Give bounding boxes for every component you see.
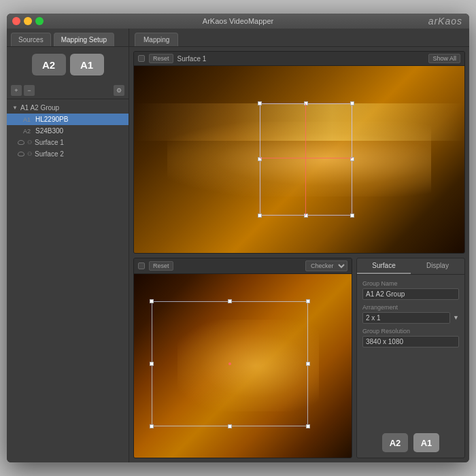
info-fields: Group Name A1 A2 Group Arrangement 2 x 1… bbox=[357, 275, 464, 353]
checker-dropdown[interactable]: Checker None Grid bbox=[305, 260, 347, 271]
bottom-panel-reset-btn[interactable]: Reset bbox=[149, 261, 173, 271]
right-panel: Mapping Reset Surface 1 Show All bbox=[129, 29, 469, 462]
tree-list: ▼ A1 A2 Group A1 HL2290PB A2 S24B300 ⚇ S… bbox=[7, 99, 129, 462]
b-handle-tl[interactable] bbox=[150, 299, 154, 303]
mini-source-buttons: A2 A1 bbox=[357, 428, 464, 458]
source-a1-button[interactable]: A1 bbox=[70, 54, 104, 75]
tree-group-arrow: ▼ bbox=[12, 105, 18, 111]
bottom-map-canvas[interactable] bbox=[134, 274, 352, 458]
top-panel-reset-btn[interactable]: Reset bbox=[149, 54, 173, 63]
source-toggles: A2 A1 bbox=[7, 47, 129, 82]
tree-surface-1[interactable]: ⚇ Surface 1 bbox=[7, 137, 129, 148]
source-a2-button[interactable]: A2 bbox=[32, 54, 66, 75]
handle-br[interactable] bbox=[350, 214, 354, 218]
mini-a2-button[interactable]: A2 bbox=[382, 433, 408, 452]
top-map-panel: Reset Surface 1 Show All bbox=[133, 51, 465, 254]
arrangement-value: 2 x 1 bbox=[362, 312, 450, 324]
b-handle-bl[interactable] bbox=[150, 424, 154, 428]
arrangement-dropdown-icon[interactable]: ▼ bbox=[453, 314, 459, 321]
eye-icon-2 bbox=[18, 152, 24, 156]
tab-mapping-setup[interactable]: Mapping Setup bbox=[54, 33, 114, 46]
close-button[interactable] bbox=[12, 17, 20, 25]
link-icon-1: ⚇ bbox=[27, 139, 32, 146]
selected-dot bbox=[118, 117, 123, 122]
sidebar-toolbar: + − ⚙ bbox=[7, 82, 129, 99]
surface-1-label: Surface 1 bbox=[35, 139, 64, 146]
center-dot bbox=[228, 362, 231, 365]
group-name-field: Group Name A1 A2 Group bbox=[362, 280, 459, 300]
traffic-lights bbox=[12, 17, 44, 25]
tab-sources[interactable]: Sources bbox=[11, 33, 51, 46]
resolution-value: 3840 x 1080 bbox=[362, 336, 459, 347]
tree-surface-2[interactable]: ⚇ Surface 2 bbox=[7, 148, 129, 160]
group-name-label: Group Name bbox=[362, 280, 459, 287]
brand-logo: arKaos bbox=[428, 16, 462, 27]
handle-tr[interactable] bbox=[350, 101, 354, 105]
sidebar-settings-button[interactable]: ⚙ bbox=[114, 85, 124, 96]
sidebar: Sources Mapping Setup A2 A1 + − ⚙ ▼ A1 A… bbox=[7, 29, 129, 462]
info-tab-display[interactable]: Display bbox=[411, 258, 464, 274]
b-handle-tr[interactable] bbox=[306, 299, 310, 303]
center-cross-v bbox=[305, 103, 306, 216]
b-handle-bc[interactable] bbox=[228, 424, 232, 428]
tree-item-a2[interactable]: A2 S24B300 bbox=[7, 125, 129, 137]
top-map-canvas[interactable] bbox=[134, 66, 464, 253]
info-tab-surface[interactable]: Surface bbox=[357, 258, 411, 274]
eye-icon-1 bbox=[18, 140, 24, 145]
tree-item-a2-prefix: A2 bbox=[23, 128, 33, 135]
tree-item-a2-name: S24B300 bbox=[35, 127, 63, 135]
bottom-panel-header: Reset Checker None Grid bbox=[134, 258, 352, 274]
arrangement-row: 2 x 1 ▼ bbox=[362, 312, 459, 324]
group-name-value: A1 A2 Group bbox=[362, 288, 459, 300]
sidebar-tab-bar: Sources Mapping Setup bbox=[7, 29, 129, 47]
sidebar-add-button[interactable]: + bbox=[11, 85, 22, 96]
titlebar: ArKaos VideoMapper arKaos bbox=[7, 14, 469, 29]
maximize-button[interactable] bbox=[35, 17, 44, 25]
tree-group[interactable]: ▼ A1 A2 Group bbox=[7, 102, 129, 114]
b-handle-br[interactable] bbox=[306, 424, 310, 428]
tree-item-a1[interactable]: A1 HL2290PB bbox=[7, 114, 129, 125]
arrangement-label: Arrangement bbox=[362, 304, 459, 311]
arrangement-field: Arrangement 2 x 1 ▼ bbox=[362, 304, 459, 324]
main-content: Sources Mapping Setup A2 A1 + − ⚙ ▼ A1 A… bbox=[7, 29, 469, 462]
tab-mapping[interactable]: Mapping bbox=[135, 33, 178, 46]
minimize-button[interactable] bbox=[24, 17, 32, 25]
tree-item-a1-name: HL2290PB bbox=[35, 116, 68, 123]
top-panel-surface-label: Surface 1 bbox=[177, 55, 425, 63]
resolution-label: Group Resolution bbox=[362, 328, 459, 335]
bottom-panel-checkbox[interactable] bbox=[138, 262, 145, 269]
handle-bl[interactable] bbox=[258, 214, 262, 218]
b-handle-tc[interactable] bbox=[228, 299, 232, 303]
link-icon-2: ⚇ bbox=[27, 151, 32, 157]
show-all-button[interactable]: Show All bbox=[428, 54, 460, 63]
mapping-tab-bar: Mapping bbox=[129, 29, 469, 47]
mapping-panels: Reset Surface 1 Show All bbox=[129, 47, 469, 462]
mini-a1-button[interactable]: A1 bbox=[413, 433, 439, 452]
info-panel: Surface Display Group Name A1 A2 Group A… bbox=[356, 258, 465, 459]
sidebar-remove-button[interactable]: − bbox=[24, 85, 35, 96]
top-panel-header: Reset Surface 1 Show All bbox=[134, 52, 464, 66]
bottom-row: Reset Checker None Grid bbox=[133, 258, 465, 459]
window-title: ArKaos VideoMapper bbox=[203, 17, 273, 25]
handle-tl[interactable] bbox=[258, 101, 262, 105]
b-handle-mr[interactable] bbox=[306, 362, 310, 366]
tree-group-label: A1 A2 Group bbox=[20, 104, 59, 112]
tree-item-a1-prefix: A1 bbox=[23, 116, 33, 123]
surface-2-label: Surface 2 bbox=[35, 150, 64, 158]
resolution-field: Group Resolution 3840 x 1080 bbox=[362, 328, 459, 347]
b-handle-ml[interactable] bbox=[150, 362, 154, 366]
bottom-map-panel: Reset Checker None Grid bbox=[133, 258, 352, 459]
main-window: ArKaos VideoMapper arKaos Sources Mappin… bbox=[7, 14, 469, 462]
info-panel-tabs: Surface Display bbox=[357, 258, 464, 275]
top-panel-checkbox[interactable] bbox=[138, 55, 145, 62]
